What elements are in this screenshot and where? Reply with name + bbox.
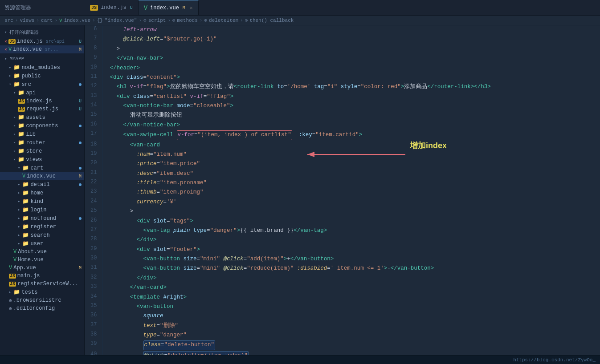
folder-node-modules[interactable]: 📁 node_modules xyxy=(0,63,84,72)
file-registerservice[interactable]: JS registerServiceW... xyxy=(0,280,84,288)
folder-login[interactable]: 📁 login xyxy=(0,206,84,214)
register-chevron xyxy=(18,224,20,229)
line-content: </header> xyxy=(102,64,600,73)
open-file-path-indexvue: sr... xyxy=(45,47,58,52)
bc-cart: cart xyxy=(41,18,53,23)
line-number: 30 xyxy=(85,255,102,264)
tab-indexjs[interactable]: JS index.js U xyxy=(85,0,139,15)
sidebar-header: 资源管理器 xyxy=(0,4,85,12)
user-chevron xyxy=(18,241,20,246)
resource-manager-title: 资源管理器 xyxy=(4,5,31,11)
bc-sep1: › xyxy=(15,18,18,23)
file-aboutvue[interactable]: V About.vue xyxy=(0,248,84,256)
folder-router[interactable]: 📁 router xyxy=(0,138,84,147)
bc-vue-icon: V xyxy=(59,18,62,23)
folder-store[interactable]: 📁 store xyxy=(0,147,84,155)
tests-folder-icon: 📁 xyxy=(13,289,20,295)
folder-public[interactable]: 📁 public xyxy=(0,72,84,80)
tab-close-button[interactable]: ✕ xyxy=(190,5,193,11)
file-requestjs[interactable]: JS request.js U xyxy=(0,105,84,113)
line-number: 33 xyxy=(85,283,102,292)
login-chevron xyxy=(18,207,20,212)
js-file-icon: JS xyxy=(8,39,16,44)
line-content: <div class="content"> xyxy=(102,73,600,82)
register-label: register xyxy=(30,224,56,230)
appvue-label: App.vue xyxy=(13,265,36,271)
regservice-icon: JS xyxy=(9,282,16,287)
file-cart-indexvue[interactable]: V index.vue M xyxy=(0,172,84,180)
open-file-indexjs[interactable]: ✕ JS index.js src\api U xyxy=(0,37,84,45)
folder-register[interactable]: 📁 register xyxy=(0,222,84,231)
folder-src[interactable]: 📁 src xyxy=(0,80,84,89)
tests-label: tests xyxy=(21,289,37,295)
tab-indexvue[interactable]: V index.vue M ✕ xyxy=(139,0,199,15)
aboutvue-icon: V xyxy=(13,249,16,255)
line-number: 27 xyxy=(85,226,102,235)
notfound-chevron xyxy=(18,216,20,221)
sidebar: 打开的编辑器 ✕ JS index.js src\api U ✕ V index… xyxy=(0,25,85,355)
folder-api[interactable]: 📁 api xyxy=(0,89,84,97)
folder-notfound[interactable]: 📁 notfound xyxy=(0,214,84,222)
file-api-indexjs[interactable]: JS index.js U xyxy=(0,97,84,105)
open-editor-section[interactable]: 打开的编辑器 xyxy=(0,26,84,37)
api-folder-icon: 📁 xyxy=(18,89,24,96)
assets-chevron xyxy=(13,115,16,120)
bc-src: src xyxy=(4,18,13,23)
line-content: square xyxy=(102,311,600,321)
close-icon-small[interactable]: ✕ xyxy=(4,39,7,44)
status-bar: https://blog.csdn.net/ZywOo_ xyxy=(0,355,600,364)
folder-tests[interactable]: 📁 tests xyxy=(0,288,84,296)
folder-components[interactable]: 📁 components xyxy=(0,121,84,130)
search-chevron xyxy=(18,233,20,238)
line-number: 25 xyxy=(85,207,102,216)
appvue-badge: M xyxy=(79,266,82,271)
code-table: 6 left-arrow 7 @click-left="$router.go(-… xyxy=(85,25,600,355)
line-number: 18 xyxy=(85,141,102,150)
file-appvue[interactable]: V App.vue M xyxy=(0,264,84,272)
kind-chevron xyxy=(18,199,20,204)
code-editor[interactable]: 6 left-arrow 7 @click-left="$router.go(-… xyxy=(85,25,600,355)
bc-views: views xyxy=(20,18,34,23)
code-line-40: 40 @click="deleteItem(item,index)" xyxy=(85,351,600,355)
line-number: 26 xyxy=(85,217,102,226)
folder-search[interactable]: 📁 search xyxy=(0,231,84,239)
folder-assets[interactable]: 📁 assets xyxy=(0,113,84,121)
folder-lib[interactable]: 📁 lib xyxy=(0,130,84,138)
api-label: api xyxy=(26,90,36,96)
notfound-dot xyxy=(79,217,82,220)
line-content: </van-notice-bar> xyxy=(102,121,600,130)
folder-detail[interactable]: 📁 detail xyxy=(0,180,84,189)
folder-cart[interactable]: 📁 cart xyxy=(0,164,84,172)
line-content: <van-tag plain type="danger">{{ item.bra… xyxy=(102,226,600,235)
file-homevue[interactable]: V Home.vue xyxy=(0,256,84,264)
bc-script: script xyxy=(148,18,166,23)
file-editorconfig[interactable]: ⚙ .editorconfig xyxy=(0,304,84,312)
src-folder-icon: 📁 xyxy=(13,81,20,88)
views-folder-icon: 📁 xyxy=(18,156,24,163)
line-number: 36 xyxy=(85,311,102,321)
line-number: 29 xyxy=(85,245,102,255)
code-line-15: 15 滑动可显示删除按钮 xyxy=(85,111,600,120)
tests-chevron xyxy=(9,290,11,295)
folder-user[interactable]: 📁 user xyxy=(0,239,84,248)
notfound-label: notfound xyxy=(30,215,56,222)
requestjs-label: request.js xyxy=(26,106,58,112)
bc-sep5: › xyxy=(139,18,142,23)
lib-folder-icon: 📁 xyxy=(18,131,24,138)
file-mainjs[interactable]: JS main.js xyxy=(0,272,84,280)
pub-chevron xyxy=(9,73,11,78)
myapp-section[interactable]: MYAPP xyxy=(0,53,84,63)
folder-views[interactable]: 📁 views xyxy=(0,155,84,164)
code-line-20: 20 :price="item.price" xyxy=(85,159,600,169)
api-indexjs-label: index.js xyxy=(26,98,52,104)
open-file-indexvue[interactable]: ✕ V index.vue sr... M xyxy=(0,45,84,53)
vue-file-icon: V xyxy=(8,46,12,53)
folder-kind[interactable]: 📁 kind xyxy=(0,197,84,206)
src-chevron xyxy=(9,82,11,87)
cart-label: cart xyxy=(30,165,43,171)
file-browserslistrc[interactable]: ⚙ .browserslistrc xyxy=(0,296,84,304)
line-number: 23 xyxy=(85,188,102,197)
close-icon-small2[interactable]: ✕ xyxy=(4,47,7,52)
detail-dot xyxy=(79,183,82,186)
folder-home[interactable]: 📁 home xyxy=(0,189,84,197)
